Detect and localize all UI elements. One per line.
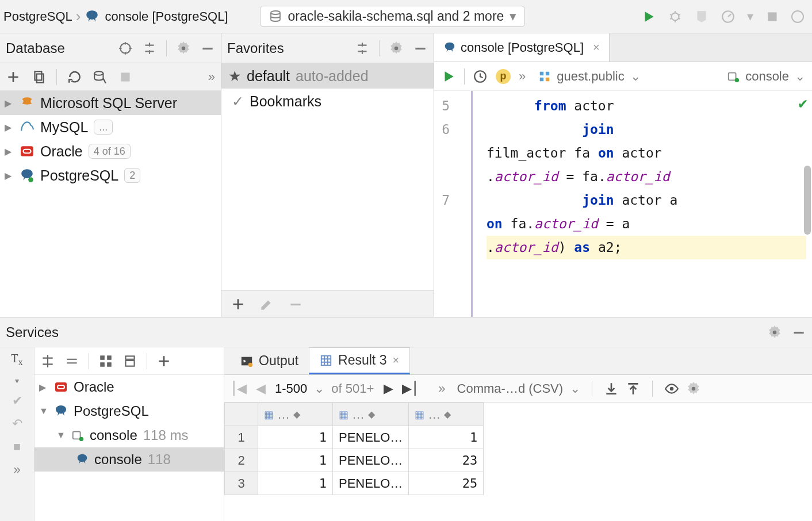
db-label: PostgreSQL: [40, 167, 118, 184]
favorites-default-group[interactable]: ★ default auto-added: [221, 63, 434, 89]
db-tree-item-mssql[interactable]: ▶ Microsoft SQL Server: [0, 91, 221, 115]
add-icon[interactable]: [231, 297, 246, 312]
run-icon[interactable]: [641, 9, 656, 24]
close-icon[interactable]: ×: [392, 354, 399, 367]
favorites-bookmarks-group[interactable]: ✓ Bookmarks: [221, 89, 434, 114]
services-tree[interactable]: ▶ Oracle ▼ PostgreSQL ▼ console 118 ms: [35, 375, 224, 521]
playground-icon[interactable]: p: [496, 69, 511, 84]
stop-icon[interactable]: ■: [10, 439, 25, 454]
refresh-icon[interactable]: [67, 70, 82, 85]
scrollbar-thumb[interactable]: [804, 166, 811, 235]
inspection-ok-icon[interactable]: ✔: [798, 94, 807, 112]
add-icon[interactable]: [6, 70, 21, 85]
grid-icon[interactable]: [98, 354, 113, 369]
svc-item-postgres[interactable]: ▼ PostgreSQL: [35, 399, 224, 423]
remove-icon[interactable]: [288, 297, 303, 312]
col-header[interactable]: …: [428, 407, 441, 422]
collapse-icon[interactable]: [355, 41, 370, 56]
upload-icon[interactable]: [626, 381, 641, 396]
svg-rect-26: [100, 355, 105, 360]
collapse-all-icon[interactable]: [64, 354, 79, 369]
code-body[interactable]: from actor join film_actor fa on actor .…: [471, 91, 812, 317]
target-icon[interactable]: [118, 41, 133, 56]
favorites-panel: Favorites ★ default auto-added ✓ Bookmar…: [221, 33, 434, 317]
add-icon[interactable]: [156, 354, 171, 369]
mysql-icon: [20, 120, 35, 135]
editor-tab-console[interactable]: console [PostgreSQL] ×: [434, 33, 610, 62]
schema-label[interactable]: guest.public: [557, 69, 624, 84]
last-page-icon[interactable]: ▶⎮: [403, 381, 418, 396]
tab-output[interactable]: Output: [230, 347, 309, 374]
close-icon[interactable]: ×: [593, 41, 600, 54]
breadcrumb[interactable]: PostgreSQL › console [PostgreSQL]: [3, 7, 228, 25]
profile-icon[interactable]: [721, 9, 736, 24]
services-title: Services: [6, 324, 59, 340]
svc-item-console-session[interactable]: ▼ console 118 ms: [35, 423, 224, 447]
svc-item-console-query[interactable]: console 118: [35, 447, 224, 472]
stop-icon[interactable]: [118, 70, 133, 85]
edit-icon[interactable]: [259, 297, 274, 312]
gear-icon[interactable]: [389, 41, 404, 56]
rollback-icon[interactable]: ↶: [10, 416, 25, 431]
tab-result[interactable]: Result 3 ×: [309, 347, 410, 374]
table-row[interactable]: 11PENELO…1: [225, 426, 484, 449]
expand-all-icon[interactable]: [40, 354, 55, 369]
more-items-icon[interactable]: »: [208, 70, 215, 85]
more-icon[interactable]: [791, 10, 804, 23]
page-range[interactable]: 1-500: [275, 381, 307, 396]
result-grid[interactable]: ▦…◆ ▦…◆ ▦…◆ 11PENELO…1 21PENELO…23 31PEN…: [224, 403, 812, 521]
breadcrumb-root[interactable]: PostgreSQL: [3, 9, 72, 24]
copy-icon[interactable]: [31, 70, 46, 85]
svc-label: console: [94, 451, 142, 468]
export-format-label[interactable]: Comma-…d (CSV): [457, 381, 564, 396]
diagnostics-icon[interactable]: [93, 70, 108, 85]
sql-editor[interactable]: 5 6 7 from actor join film_actor fa on a…: [434, 91, 812, 317]
debug-icon[interactable]: [668, 9, 683, 24]
db-tree-item-postgres[interactable]: ▶ PostgreSQL 2: [0, 163, 221, 187]
postgres-icon: [20, 168, 35, 183]
filter-icon[interactable]: [122, 354, 137, 369]
first-page-icon[interactable]: ⎮◀: [231, 381, 246, 396]
breadcrumb-item[interactable]: console [PostgreSQL]: [105, 9, 228, 24]
collapse-icon[interactable]: [142, 41, 157, 56]
gear-icon[interactable]: [686, 381, 701, 396]
stop-icon[interactable]: [765, 9, 780, 24]
database-tree[interactable]: ▶ Microsoft SQL Server ▶ MySQL ... ▶ Ora…: [0, 91, 221, 317]
minimize-icon[interactable]: [791, 325, 806, 340]
chevron-down-icon[interactable]: ▾: [747, 9, 753, 24]
chevron-down-icon[interactable]: ⌄: [630, 69, 641, 84]
minimize-icon[interactable]: [413, 41, 428, 56]
db-tree-item-mysql[interactable]: ▶ MySQL ...: [0, 115, 221, 139]
gear-icon[interactable]: [176, 41, 191, 56]
gear-icon[interactable]: [767, 325, 782, 340]
run-configuration-selector[interactable]: oracle-sakila-schema.sql and 2 more ▾: [260, 6, 526, 27]
svc-item-oracle[interactable]: ▶ Oracle: [35, 375, 224, 399]
table-row[interactable]: 31PENELO…25: [225, 472, 484, 495]
console-session-icon: [727, 70, 740, 83]
more-items-icon[interactable]: »: [519, 69, 526, 84]
minimize-icon[interactable]: [200, 41, 215, 56]
coverage-icon[interactable]: [694, 9, 709, 24]
chevron-down-icon[interactable]: ▾: [15, 376, 19, 385]
next-page-icon[interactable]: ▶: [381, 381, 396, 396]
col-header[interactable]: …: [352, 407, 365, 422]
more-items-icon[interactable]: »: [438, 381, 445, 396]
favorites-default-note: auto-added: [296, 68, 369, 85]
more-items-icon[interactable]: »: [13, 462, 20, 477]
chevron-down-icon[interactable]: ⌄: [314, 381, 324, 396]
download-icon[interactable]: [604, 381, 619, 396]
table-row[interactable]: 21PENELO…23: [225, 449, 484, 472]
eye-icon[interactable]: [664, 381, 679, 396]
col-header[interactable]: …: [277, 407, 290, 422]
badge: 4 of 16: [89, 144, 131, 159]
tx-icon[interactable]: Tx: [11, 352, 23, 368]
history-icon[interactable]: [473, 69, 488, 84]
prev-page-icon[interactable]: ◀: [253, 381, 268, 396]
db-tree-item-oracle[interactable]: ▶ Oracle 4 of 16: [0, 139, 221, 163]
console-label[interactable]: console: [745, 69, 789, 84]
database-icon: [269, 10, 282, 24]
run-icon[interactable]: [441, 69, 456, 84]
chevron-down-icon[interactable]: ⌄: [570, 381, 580, 396]
commit-icon[interactable]: ✔: [10, 393, 25, 408]
chevron-down-icon[interactable]: ⌄: [795, 69, 805, 84]
